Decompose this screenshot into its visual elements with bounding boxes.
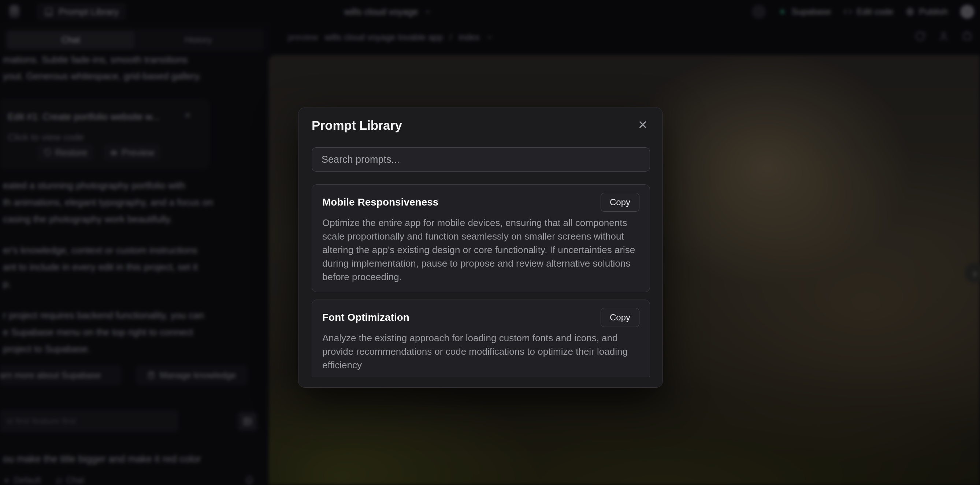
globe-icon [906, 7, 915, 16]
breadcrumb[interactable]: preview wills cloud voyage lovable app /… [288, 32, 493, 43]
manage-knowledge-label: Manage knowledge [160, 370, 236, 380]
prompt-list: Mobile Responsiveness Copy Optimize the … [312, 184, 650, 377]
open-external-icon[interactable] [962, 31, 973, 42]
learn-supabase-button[interactable]: earn more about Supabase [0, 366, 121, 385]
refresh-icon[interactable] [915, 31, 926, 42]
mode-selector[interactable]: Chat [55, 475, 84, 485]
prompt-title: Font Optimization [322, 312, 409, 323]
prompt-card-header: Mobile Responsiveness Copy [322, 193, 640, 212]
search-input[interactable] [312, 147, 650, 171]
tab-chat[interactable]: Chat [7, 31, 134, 49]
edit-card-title: Edit #1: Create portfolio website w... [8, 111, 160, 122]
modal-title: Prompt Library [312, 118, 402, 133]
publish-label: Publish [919, 6, 948, 17]
assistant-message-line: eated a stunning photography portfolio w… [3, 180, 185, 191]
publish-button[interactable]: Publish [906, 6, 948, 17]
user-avatar[interactable] [960, 5, 974, 19]
book-icon [44, 7, 54, 16]
assistant-message-line: mations. Subtle fade-ins, smooth transit… [3, 54, 188, 65]
assistant-message-line: project to Supabase. [3, 344, 91, 355]
preview-label: Preview [122, 147, 154, 158]
project-selector[interactable]: wills cloud voyage [344, 5, 431, 19]
assistant-message-line: th animations, elegant typography, and a… [3, 197, 213, 208]
breadcrumb-separator: / [450, 32, 452, 43]
app-screen: Prompt Library wills cloud voyage Supaba… [0, 0, 980, 485]
assistant-message-line: p. [3, 278, 11, 290]
assistant-message-line: r project requires backend functionality… [3, 310, 204, 321]
model-label: Default [14, 475, 41, 485]
close-icon[interactable]: × [184, 109, 191, 121]
panel-resize-handle[interactable] [274, 264, 277, 296]
mode-label: Chat [66, 475, 84, 485]
breadcrumb-project: wills cloud voyage lovable app [325, 32, 443, 43]
preview-actions [915, 31, 973, 42]
prompt-title: Mobile Responsiveness [322, 197, 438, 208]
sparkle-icon [3, 477, 10, 484]
assistant-message-line: yout. Generous whitespace, grid-based ga… [3, 71, 201, 82]
learn-supabase-label: earn more about Supabase [0, 370, 101, 380]
copy-button[interactable]: Copy [601, 193, 640, 212]
chevron-down-icon [486, 34, 493, 41]
chat-sidebar: Chat History mations. Subtle fade-ins, s… [0, 24, 269, 485]
supabase-button[interactable]: Supabase [778, 6, 831, 17]
prompt-card-header: Font Optimization Copy [322, 308, 640, 327]
modal-close-button[interactable]: × [634, 116, 652, 133]
undo-icon [44, 149, 52, 157]
supabase-icon [778, 7, 787, 16]
chat-composer-input[interactable]: st first feature first [0, 411, 178, 432]
assistant-message-line: ant to include in every edit in this pro… [3, 262, 198, 273]
assistant-message-line: er's knowledge, context or custom instru… [3, 245, 197, 256]
breadcrumb-page: index [458, 32, 479, 43]
user-message: ou make the title bigger and make it red… [3, 453, 201, 465]
lovable-logo[interactable] [9, 5, 20, 18]
prompt-description: Analyze the existing approach for loadin… [322, 331, 640, 372]
prompt-library-menu-item[interactable]: Prompt Library [37, 3, 126, 21]
settings-icon[interactable] [752, 5, 766, 19]
preview-toolbar: preview wills cloud voyage lovable app /… [269, 24, 980, 55]
user-icon[interactable] [938, 31, 949, 42]
chat-mode-icon [55, 477, 63, 484]
supabase-label: Supabase [791, 6, 831, 17]
edit-version-card[interactable]: Edit #1: Create portfolio website w... ×… [0, 100, 209, 168]
bell-icon[interactable] [245, 475, 254, 485]
prompt-card: Mobile Responsiveness Copy Optimize the … [312, 184, 650, 292]
project-name: wills cloud voyage [344, 6, 418, 17]
assistant-message-line: e Supabase menu on the top right to conn… [3, 327, 193, 338]
topbar-actions: Supabase Edit code Publish [752, 4, 974, 20]
attach-image-button[interactable] [238, 412, 257, 431]
restore-button[interactable]: Restore [37, 144, 94, 161]
edit-code-button[interactable]: Edit code [843, 6, 893, 17]
knowledge-icon [147, 371, 155, 379]
prompt-description: Optimize the entire app for mobile devic… [322, 216, 640, 284]
preview-button[interactable]: Preview [103, 144, 161, 161]
edit-card-actions: Restore Preview [37, 144, 161, 161]
composer-text: st first feature first [6, 416, 76, 426]
eye-icon [110, 149, 118, 157]
tab-history[interactable]: History [134, 31, 262, 49]
edit-code-label: Edit code [857, 6, 893, 17]
manage-knowledge-button[interactable]: Manage knowledge [136, 366, 247, 385]
copy-button[interactable]: Copy [601, 308, 640, 327]
edit-card-subtitle: Click to view code [8, 132, 84, 143]
composer-footer: Default Chat [3, 475, 267, 485]
restore-label: Restore [55, 147, 88, 158]
assistant-message-line: casing the photography work beautifully. [3, 214, 172, 225]
code-icon [843, 7, 852, 16]
sidebar-tabs: Chat History [5, 29, 264, 51]
top-bar: Prompt Library wills cloud voyage Supaba… [0, 0, 980, 24]
model-selector[interactable]: Default [3, 475, 41, 485]
prompt-library-menu-label: Prompt Library [59, 6, 119, 17]
image-icon [243, 417, 252, 426]
prompt-card: Font Optimization Copy Analyze the exist… [312, 300, 650, 377]
breadcrumb-mode: preview [288, 32, 318, 43]
prompt-library-modal: Prompt Library × Mobile Responsiveness C… [298, 108, 663, 388]
chevron-down-icon [424, 8, 431, 15]
